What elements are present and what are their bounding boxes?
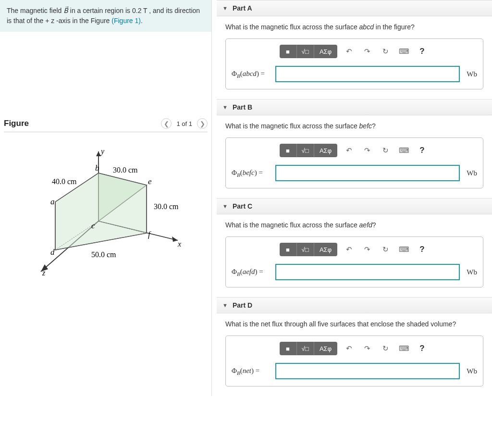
part-d-question: What is the net flux through all five su… xyxy=(217,313,492,333)
flux-label-c: ΦB(aefd) = xyxy=(232,268,272,277)
vector-b: B⃗ xyxy=(63,7,68,14)
unit-label: Wb xyxy=(467,268,477,276)
figure-diagram: y x z xyxy=(4,147,208,276)
caret-down-icon: ▼ xyxy=(222,302,228,308)
fraction-button[interactable]: ■ xyxy=(280,243,297,256)
reset-button[interactable]: ↻ xyxy=(379,342,393,355)
fraction-button[interactable]: ■ xyxy=(280,342,297,355)
part-d-header[interactable]: ▼ Part D xyxy=(217,297,492,313)
greek-button[interactable]: ΑΣφ xyxy=(314,144,337,157)
answer-input-c[interactable] xyxy=(275,264,460,280)
figure-next-button[interactable]: ❯ xyxy=(197,118,208,129)
unit-label: Wb xyxy=(467,367,477,375)
flux-label-a: ΦB(abcd) = xyxy=(232,70,272,79)
svg-text:d: d xyxy=(50,248,55,257)
reset-button[interactable]: ↻ xyxy=(379,45,393,58)
part-c-question: What is the magnetic flux across the sur… xyxy=(217,214,492,234)
svg-text:50.0 cm: 50.0 cm xyxy=(91,250,116,259)
caret-down-icon: ▼ xyxy=(222,203,228,209)
redo-button[interactable]: ↷ xyxy=(360,45,375,58)
reset-button[interactable]: ↻ xyxy=(379,144,393,157)
problem-text: The magnetic field xyxy=(7,7,63,14)
keyboard-button[interactable]: ⌨ xyxy=(397,342,411,355)
svg-text:40.0 cm: 40.0 cm xyxy=(52,177,77,186)
answer-box-b: ■ √□ ΑΣφ ↶ ↷ ↻ ⌨ ? ΦB(befc) = Wb xyxy=(225,137,483,188)
svg-text:a: a xyxy=(50,197,55,206)
part-title: Part A xyxy=(233,4,252,12)
greek-button[interactable]: ΑΣφ xyxy=(314,45,337,58)
part-title: Part B xyxy=(233,103,252,111)
equation-toolbar: ■ √□ ΑΣφ xyxy=(280,342,337,355)
undo-button[interactable]: ↶ xyxy=(342,144,357,157)
undo-button[interactable]: ↶ xyxy=(342,342,357,355)
svg-text:30.0 cm: 30.0 cm xyxy=(113,166,138,174)
problem-text-post: . xyxy=(141,17,143,25)
unit-label: Wb xyxy=(467,70,477,78)
answer-box-d: ■ √□ ΑΣφ ↶ ↷ ↻ ⌨ ? ΦB(net) = Wb xyxy=(225,336,483,386)
redo-button[interactable]: ↷ xyxy=(360,243,375,256)
part-b-question: What is the magnetic flux across the sur… xyxy=(217,115,492,135)
figure-nav: ❮ 1 of 1 ❯ xyxy=(161,118,208,129)
part-b-header[interactable]: ▼ Part B xyxy=(217,99,492,115)
help-button[interactable]: ? xyxy=(415,45,430,58)
help-button[interactable]: ? xyxy=(415,243,430,256)
fraction-button[interactable]: ■ xyxy=(280,45,297,58)
fraction-button[interactable]: ■ xyxy=(280,144,297,157)
flux-label-d: ΦB(net) = xyxy=(232,367,272,376)
root-button[interactable]: √□ xyxy=(297,342,314,355)
equation-toolbar: ■ √□ ΑΣφ xyxy=(280,144,337,157)
part-a-header[interactable]: ▼ Part A xyxy=(217,0,492,16)
svg-marker-1 xyxy=(96,151,101,156)
part-a-question: What is the magnetic flux across the sur… xyxy=(217,16,492,36)
answer-input-a[interactable] xyxy=(275,66,460,82)
svg-text:30.0 cm: 30.0 cm xyxy=(154,202,179,211)
part-title: Part D xyxy=(233,301,252,309)
svg-text:e: e xyxy=(148,177,152,186)
answer-input-b[interactable] xyxy=(275,165,460,181)
keyboard-button[interactable]: ⌨ xyxy=(397,45,411,58)
svg-text:y: y xyxy=(100,147,105,156)
root-button[interactable]: √□ xyxy=(297,243,314,256)
redo-button[interactable]: ↷ xyxy=(360,144,375,157)
answer-input-d[interactable] xyxy=(275,363,460,379)
reset-button[interactable]: ↻ xyxy=(379,243,393,256)
svg-text:c: c xyxy=(91,221,95,230)
help-button[interactable]: ? xyxy=(415,144,430,157)
part-c-header[interactable]: ▼ Part C xyxy=(217,198,492,214)
undo-button[interactable]: ↶ xyxy=(342,45,357,58)
figure-link[interactable]: (Figure 1) xyxy=(111,17,141,25)
svg-text:b: b xyxy=(95,163,99,173)
svg-text:z: z xyxy=(42,269,46,276)
help-button[interactable]: ? xyxy=(415,342,430,355)
root-button[interactable]: √□ xyxy=(297,45,314,58)
redo-button[interactable]: ↷ xyxy=(360,342,375,355)
equation-toolbar: ■ √□ ΑΣφ xyxy=(280,45,337,58)
keyboard-button[interactable]: ⌨ xyxy=(397,243,411,256)
answer-box-a: ■ √□ ΑΣφ ↶ ↷ ↻ ⌨ ? ΦB(abcd) = Wb xyxy=(225,38,483,89)
answer-box-c: ■ √□ ΑΣφ ↶ ↷ ↻ ⌨ ? ΦB(aefd) = Wb xyxy=(225,236,483,287)
flux-label-b: ΦB(befc) = xyxy=(232,169,272,178)
caret-down-icon: ▼ xyxy=(222,5,228,11)
figure-prev-button[interactable]: ❮ xyxy=(161,118,172,129)
svg-marker-4 xyxy=(172,236,178,242)
undo-button[interactable]: ↶ xyxy=(342,243,357,256)
part-title: Part C xyxy=(233,202,252,210)
problem-statement: The magnetic field B⃗ in a certain regio… xyxy=(0,0,211,32)
caret-down-icon: ▼ xyxy=(222,104,228,110)
greek-button[interactable]: ΑΣφ xyxy=(314,243,337,256)
unit-label: Wb xyxy=(467,169,477,177)
keyboard-button[interactable]: ⌨ xyxy=(397,144,411,157)
figure-counter: 1 of 1 xyxy=(176,120,192,127)
greek-button[interactable]: ΑΣφ xyxy=(314,342,337,355)
svg-text:x: x xyxy=(177,240,181,248)
equation-toolbar: ■ √□ ΑΣφ xyxy=(280,243,337,256)
root-button[interactable]: √□ xyxy=(297,144,314,157)
figure-title: Figure xyxy=(4,119,29,128)
svg-text:f: f xyxy=(148,230,151,239)
